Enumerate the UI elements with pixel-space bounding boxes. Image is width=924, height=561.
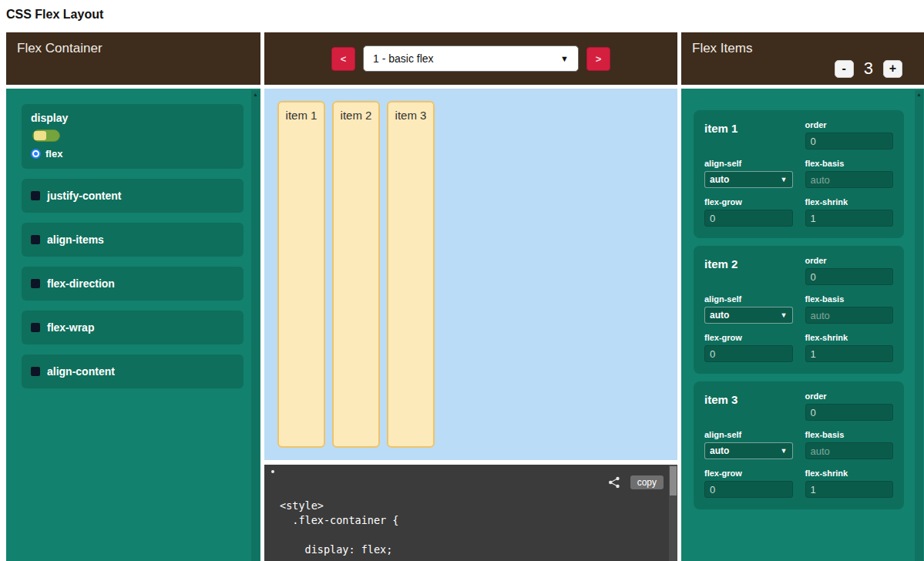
flex-item-card: item 2 order align-self auto ▼ flex-basi… (694, 246, 904, 374)
order-label: order (805, 120, 894, 129)
option-align-content: align-content (22, 354, 244, 388)
item-counter: - 3 + (835, 59, 902, 79)
scroll-up-icon[interactable]: ▲ (251, 90, 260, 99)
flex-shrink-input[interactable] (805, 345, 894, 362)
flex-grow-label: flex-grow (704, 197, 793, 207)
flex-shrink-input[interactable] (805, 481, 894, 498)
flex-basis-input[interactable] (805, 442, 894, 459)
code-scrollbar-thumb[interactable] (670, 466, 677, 495)
css-code: <style> .flex-container { display: flex; (280, 499, 398, 557)
flex-direction-label: flex-direction (47, 277, 115, 290)
toggle-knob-icon (34, 131, 46, 140)
example-select[interactable]: 1 - basic flex ▼ (363, 45, 579, 72)
align-self-label: align-self (704, 430, 793, 439)
prev-example-button[interactable]: < (331, 47, 355, 71)
flex-shrink-input[interactable] (805, 210, 894, 227)
chevron-down-icon: ▼ (781, 311, 788, 319)
flex-shrink-label: flex-shrink (805, 197, 894, 207)
order-input[interactable] (805, 404, 894, 421)
align-items-checkbox[interactable] (31, 235, 40, 244)
flex-radio[interactable] (31, 149, 41, 159)
flex-grow-input[interactable] (704, 345, 793, 362)
flex-wrap-label: flex-wrap (47, 321, 94, 334)
justify-content-checkbox[interactable] (31, 191, 40, 200)
page-title: CSS Flex Layout (6, 8, 103, 22)
flex-basis-input[interactable] (805, 171, 894, 188)
scroll-up-icon[interactable]: ▲ (915, 90, 923, 99)
align-self-select[interactable]: auto ▼ (704, 442, 793, 459)
add-item-button[interactable]: + (883, 60, 902, 78)
flex-items-panel: Flex Items - 3 + item 1 order align-self (681, 32, 924, 561)
align-content-checkbox[interactable] (31, 367, 40, 376)
code-scrollbar[interactable] (669, 465, 677, 561)
chevron-down-icon: ▼ (781, 176, 788, 183)
order-input[interactable] (805, 133, 894, 149)
align-self-label: align-self (704, 159, 793, 168)
item-name: item 2 (704, 256, 793, 285)
display-toggle[interactable] (32, 129, 60, 142)
align-self-value: auto (710, 174, 729, 185)
flex-grow-input[interactable] (704, 210, 793, 227)
align-self-value: auto (710, 310, 729, 321)
flex-items-panel-title: Flex Items (692, 41, 752, 55)
flex-basis-label: flex-basis (805, 159, 894, 168)
align-content-label: align-content (47, 365, 115, 378)
flex-direction-checkbox[interactable] (31, 279, 40, 288)
preview-panel: < 1 - basic flex ▼ > item 1 item 2 item … (264, 32, 677, 561)
flex-shrink-label: flex-shrink (805, 333, 894, 342)
code-panel: copy <style> .flex-container { display: … (264, 465, 677, 561)
flex-grow-label: flex-grow (704, 469, 793, 478)
flex-preview-container: item 1 item 2 item 3 (264, 89, 677, 460)
option-flex-wrap: flex-wrap (22, 311, 244, 344)
flex-item-card: item 1 order align-self auto ▼ flex-basi… (694, 110, 904, 238)
code-bullet-icon (271, 470, 274, 473)
option-flex-direction: flex-direction (22, 267, 244, 301)
justify-content-label: justify-content (47, 190, 121, 202)
flex-container-panel-title: Flex Container (6, 32, 260, 85)
flex-wrap-checkbox[interactable] (31, 323, 40, 332)
preview-item: item 3 (387, 101, 435, 448)
align-self-select[interactable]: auto ▼ (704, 307, 793, 324)
flex-container-panel: Flex Container display flex justify-cont… (6, 32, 260, 561)
flex-basis-input[interactable] (805, 307, 894, 324)
flex-basis-label: flex-basis (805, 294, 894, 304)
order-input[interactable] (805, 268, 894, 285)
example-nav: < 1 - basic flex ▼ > (264, 32, 677, 85)
display-label: display (31, 112, 234, 124)
chevron-down-icon: ▼ (781, 447, 788, 455)
copy-button[interactable]: copy (630, 475, 664, 489)
left-panel-scrollbar[interactable]: ▲ (251, 90, 260, 561)
preview-item: item 2 (332, 101, 380, 448)
flex-shrink-label: flex-shrink (805, 469, 894, 478)
item-name: item 1 (704, 120, 793, 149)
align-self-select[interactable]: auto ▼ (704, 171, 793, 188)
align-self-value: auto (710, 445, 729, 456)
example-select-value: 1 - basic flex (373, 52, 434, 65)
order-label: order (805, 391, 894, 401)
flex-basis-label: flex-basis (805, 430, 894, 439)
option-align-items: align-items (22, 223, 244, 257)
right-panel-scrollbar[interactable]: ▲ (915, 90, 923, 561)
item-count: 3 (864, 59, 873, 79)
share-icon[interactable] (608, 476, 620, 489)
flex-radio-label: flex (45, 148, 62, 160)
preview-item: item 1 (277, 101, 325, 448)
remove-item-button[interactable]: - (835, 60, 854, 78)
item-name: item 3 (704, 391, 793, 421)
order-label: order (805, 256, 894, 265)
flex-item-card: item 3 order align-self auto ▼ flex-basi… (694, 381, 904, 509)
flex-grow-input[interactable] (704, 481, 793, 498)
align-self-label: align-self (704, 294, 793, 304)
flex-grow-label: flex-grow (704, 333, 793, 342)
chevron-down-icon: ▼ (560, 54, 569, 63)
option-justify-content: justify-content (22, 179, 244, 213)
align-items-label: align-items (47, 233, 104, 246)
next-example-button[interactable]: > (586, 47, 610, 71)
display-card: display flex (22, 104, 244, 169)
